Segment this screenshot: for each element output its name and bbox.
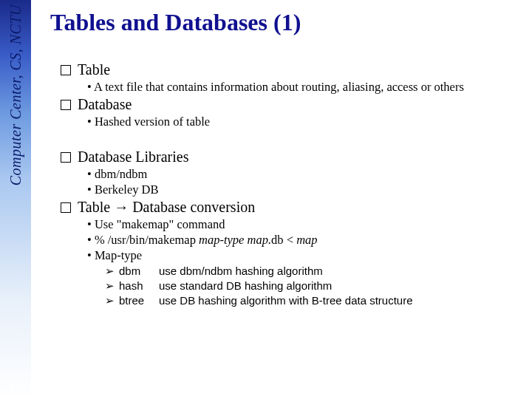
item-database: Database Hashed version of table	[61, 96, 528, 129]
slide-title: Tables and Databases (1)	[50, 9, 528, 36]
item-label: Database	[78, 96, 132, 112]
maptype-name: hash	[119, 279, 159, 293]
maptype-row: ➢dbmuse dbm/ndbm hashing algorithm	[105, 265, 528, 278]
maptype-desc: use dbm/ndbm hashing algorithm	[159, 265, 323, 278]
item-table: Table A text file that contains informat…	[61, 61, 528, 95]
checkbox-icon	[61, 65, 71, 75]
item-conversion: Table → Database conversion Use "makemap…	[61, 199, 528, 307]
triangle-icon: ➢	[105, 279, 115, 293]
item-label-pre: Table	[78, 199, 114, 215]
subitem: Berkeley DB	[87, 183, 528, 197]
maptype-row: ➢btreeuse DB hashing algorithm with B-tr…	[105, 294, 528, 307]
sidebar-label: Computer Center, CS, NCTU	[0, 4, 31, 226]
subitem: A text file that contains information ab…	[87, 80, 528, 95]
maptype-desc: use DB hashing algorithm with B-tree dat…	[159, 294, 413, 307]
maptype-list: ➢dbmuse dbm/ndbm hashing algorithm ➢hash…	[105, 265, 528, 307]
bullet-list: Table A text file that contains informat…	[50, 61, 528, 307]
triangle-icon: ➢	[105, 265, 115, 278]
subitem: Use "makemap" command	[87, 217, 528, 232]
subitem: Hashed version of table	[87, 115, 528, 129]
item-label: Table	[78, 61, 110, 78]
checkbox-icon	[61, 202, 71, 213]
maptype-name: dbm	[119, 265, 159, 278]
sublist: A text file that contains information ab…	[87, 80, 528, 95]
item-libraries: Database Libraries dbm/ndbm Berkeley DB	[61, 149, 528, 197]
item-label-post: Database conversion	[129, 199, 255, 215]
maptype-name: btree	[119, 294, 159, 307]
sidebar-label-text: Computer Center, CS, NCTU	[7, 4, 24, 185]
subitem: % /usr/bin/makemap map-type map.db < map	[87, 233, 528, 248]
spacer	[61, 131, 528, 147]
sidebar-gradient: Computer Center, CS, NCTU 23	[0, 0, 31, 399]
checkbox-icon	[61, 152, 71, 163]
sublist: Use "makemap" command % /usr/bin/makemap…	[87, 217, 528, 307]
slide-content: Tables and Databases (1) Table A text fi…	[50, 9, 528, 390]
sublist: dbm/ndbm Berkeley DB	[87, 167, 528, 197]
sublist: Hashed version of table	[87, 115, 528, 129]
triangle-icon: ➢	[105, 294, 115, 307]
page-number: 23	[0, 378, 31, 392]
maptype-desc: use standard DB hashing algorithm	[159, 279, 332, 293]
checkbox-icon	[61, 100, 71, 110]
item-label: Database Libraries	[78, 149, 188, 165]
maptype-row: ➢hashuse standard DB hashing algorithm	[105, 279, 528, 293]
subitem: dbm/ndbm	[87, 167, 528, 182]
subitem: Map-type ➢dbmuse dbm/ndbm hashing algori…	[87, 248, 528, 307]
arrow-icon: →	[114, 199, 129, 215]
